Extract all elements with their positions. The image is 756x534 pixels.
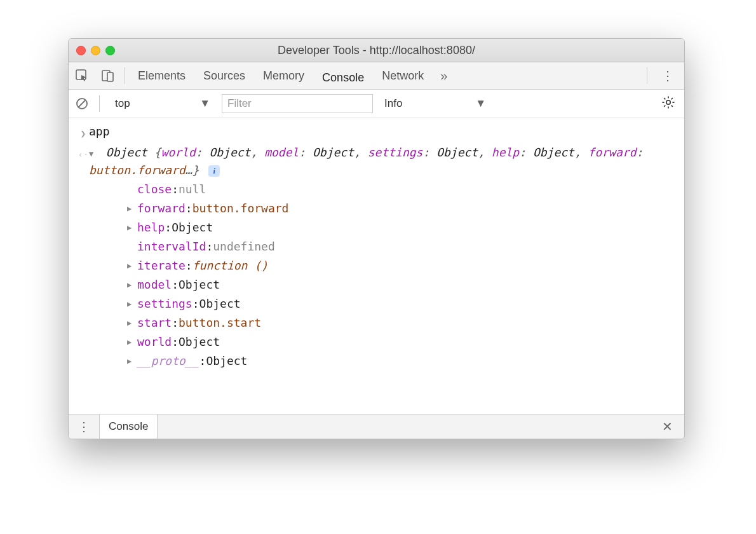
expand-toggle-icon[interactable]: ▶: [127, 353, 137, 369]
property-key: world: [137, 334, 172, 350]
property-key: iterate: [137, 257, 186, 274]
clear-console-icon[interactable]: [75, 97, 89, 111]
expand-toggle-icon[interactable]: ▶: [127, 257, 137, 274]
expand-toggle-icon[interactable]: ▶: [127, 200, 137, 217]
window-titlebar: Developer Tools - http://localhost:8080/: [69, 39, 684, 62]
svg-line-10: [664, 98, 665, 99]
window-close-button[interactable]: [76, 46, 86, 55]
object-property[interactable]: ▶forward: button.forward: [70, 199, 683, 218]
object-property[interactable]: ▶start: button.start: [70, 313, 683, 332]
console-filter-input[interactable]: [222, 94, 373, 113]
svg-line-4: [79, 100, 86, 107]
console-output: ❯ app ‹· ▼ Object {world: Object, model:…: [69, 118, 684, 414]
execution-context-label: top: [115, 97, 130, 110]
execution-context-selector[interactable]: top ▼: [110, 95, 215, 113]
property-value: Object: [179, 277, 220, 293]
devtools-drawer: ⋮ Console ✕: [69, 414, 684, 439]
property-value: Object: [172, 219, 213, 236]
object-preview: Object {world: Object, model: Object, se…: [89, 146, 643, 177]
object-property[interactable]: ▶model: Object: [70, 275, 683, 294]
prompt-icon: ❯: [78, 123, 89, 142]
property-key: start: [137, 315, 172, 331]
object-property[interactable]: ▶help: Object: [70, 218, 683, 237]
svg-point-5: [666, 100, 670, 104]
property-value: function (): [192, 257, 268, 274]
expand-toggle-icon[interactable]: ▶: [127, 277, 137, 293]
tabbar-divider: [125, 67, 125, 84]
console-input-text: app: [89, 123, 110, 140]
property-key: settings: [137, 296, 192, 312]
toolbar-divider: [99, 95, 100, 112]
svg-line-12: [664, 106, 665, 107]
tabbar-divider-right: [647, 67, 647, 84]
expand-toggle-icon[interactable]: ▶: [127, 219, 137, 236]
property-key: help: [137, 219, 165, 236]
window-title: Developer Tools - http://localhost:8080/: [69, 44, 684, 57]
svg-line-11: [672, 106, 673, 107]
object-property[interactable]: ▶iterate: function (): [70, 256, 683, 275]
tabs-overflow-icon[interactable]: »: [433, 69, 455, 83]
expand-toggle-icon[interactable]: ▶: [127, 334, 137, 350]
svg-rect-2: [107, 72, 113, 81]
property-key: __proto__: [137, 353, 199, 369]
property-value: button.start: [179, 315, 261, 331]
property-key: close: [137, 181, 172, 198]
object-property: close: null: [70, 180, 683, 199]
object-property[interactable]: ▶world: Object: [70, 332, 683, 352]
dropdown-arrow-icon: ▼: [199, 97, 210, 110]
devtools-menu-icon[interactable]: ⋮: [651, 68, 684, 83]
tab-memory[interactable]: Memory: [254, 62, 313, 89]
tab-network[interactable]: Network: [373, 62, 433, 89]
inspect-element-icon[interactable]: [69, 62, 95, 89]
tab-sources[interactable]: Sources: [194, 62, 254, 89]
object-property[interactable]: ▶settings: Object: [70, 294, 683, 313]
expand-toggle-icon[interactable]: ▶: [127, 296, 137, 312]
devtools-tabbar: ElementsSourcesMemoryConsoleNetwork » ⋮: [69, 62, 684, 90]
property-value: Object: [206, 353, 247, 369]
property-key: forward: [137, 200, 186, 217]
property-value: Object: [179, 334, 220, 350]
property-value: Object: [199, 296, 241, 312]
console-result-row[interactable]: ‹· ▼ Object {world: Object, model: Objec…: [70, 143, 683, 180]
property-key: intervalId: [137, 238, 206, 255]
window-minimize-button[interactable]: [91, 46, 100, 55]
result-icon: ‹·: [78, 144, 89, 163]
tab-elements[interactable]: Elements: [129, 62, 194, 89]
drawer-close-icon[interactable]: ✕: [651, 419, 684, 434]
log-level-label: Info: [384, 97, 402, 110]
tab-console[interactable]: Console: [313, 62, 373, 93]
object-property: intervalId: undefined: [70, 237, 683, 256]
console-toolbar: top ▼ Info ▼: [69, 90, 684, 118]
devtools-window: Developer Tools - http://localhost:8080/…: [68, 38, 685, 439]
drawer-tab-console[interactable]: Console: [99, 414, 158, 439]
object-property[interactable]: ▶__proto__: Object: [70, 352, 683, 371]
dropdown-arrow-icon: ▼: [475, 97, 486, 110]
console-input-row[interactable]: ❯ app: [70, 122, 683, 143]
expand-toggle-icon[interactable]: ▼: [89, 146, 99, 162]
info-badge-icon[interactable]: i: [208, 165, 220, 177]
svg-line-13: [672, 98, 673, 99]
drawer-menu-icon[interactable]: ⋮: [69, 419, 99, 434]
device-toolbar-icon[interactable]: [95, 62, 121, 89]
drawer-tab-label: Console: [109, 420, 148, 433]
log-level-selector[interactable]: Info ▼: [379, 95, 491, 113]
window-zoom-button[interactable]: [105, 46, 115, 55]
property-value: null: [179, 181, 206, 198]
property-value: button.forward: [192, 200, 289, 217]
property-key: model: [137, 277, 172, 293]
property-value: undefined: [213, 238, 275, 255]
console-settings-icon[interactable]: [659, 95, 678, 112]
object-properties: close: null▶forward: button.forward▶help…: [70, 180, 683, 371]
tabs-container: ElementsSourcesMemoryConsoleNetwork: [129, 62, 433, 89]
window-traffic-lights: [69, 46, 115, 55]
expand-toggle-icon[interactable]: ▶: [127, 315, 137, 331]
